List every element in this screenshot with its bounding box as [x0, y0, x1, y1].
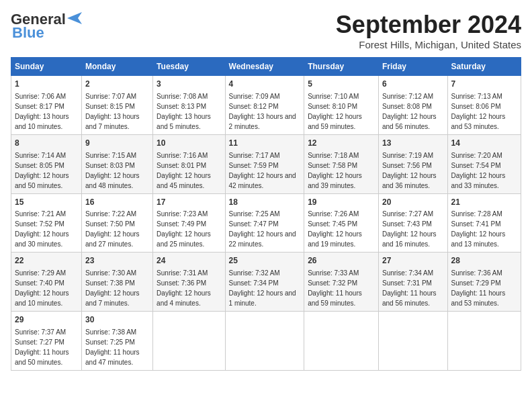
day-info: Sunrise: 7:13 AMSunset: 8:06 PMDaylight:…: [451, 93, 506, 130]
calendar-cell: 22Sunrise: 7:29 AMSunset: 7:40 PMDayligh…: [11, 253, 82, 312]
calendar-cell: 14Sunrise: 7:20 AMSunset: 7:54 PMDayligh…: [447, 134, 521, 193]
calendar-cell: 24Sunrise: 7:31 AMSunset: 7:36 PMDayligh…: [153, 253, 225, 312]
day-number: 9: [85, 138, 149, 149]
calendar-cell: 3Sunrise: 7:08 AMSunset: 8:13 PMDaylight…: [153, 76, 225, 135]
day-info: Sunrise: 7:06 AMSunset: 8:17 PMDaylight:…: [15, 93, 69, 130]
day-number: 28: [451, 255, 517, 267]
calendar-cell: 17Sunrise: 7:23 AMSunset: 7:49 PMDayligh…: [153, 193, 225, 253]
day-number: 13: [382, 138, 444, 149]
week-row-2: 8Sunrise: 7:14 AMSunset: 8:05 PMDaylight…: [11, 134, 521, 193]
day-number: 20: [382, 197, 444, 208]
day-info: Sunrise: 7:38 AMSunset: 7:25 PMDaylight:…: [85, 328, 140, 366]
svg-marker-0: [67, 12, 82, 24]
day-number: 15: [15, 197, 78, 208]
header-saturday: Saturday: [447, 58, 521, 76]
calendar-cell: 29Sunrise: 7:37 AMSunset: 7:27 PMDayligh…: [11, 312, 82, 371]
calendar-cell: 15Sunrise: 7:21 AMSunset: 7:52 PMDayligh…: [11, 193, 82, 253]
day-number: 10: [157, 138, 221, 149]
calendar-cell: 5Sunrise: 7:10 AMSunset: 8:10 PMDaylight…: [304, 76, 379, 135]
day-number: 11: [229, 138, 301, 149]
day-number: 6: [382, 79, 444, 90]
title-block: September 2024 Forest Hills, Michigan, U…: [336, 11, 521, 50]
day-number: 17: [157, 197, 221, 208]
calendar-cell: 18Sunrise: 7:25 AMSunset: 7:47 PMDayligh…: [225, 193, 304, 253]
calendar-header: SundayMondayTuesdayWednesdayThursdayFrid…: [11, 58, 521, 76]
day-number: 4: [229, 79, 301, 90]
day-number: 26: [308, 255, 375, 267]
calendar-cell: [378, 312, 447, 371]
day-number: 2: [85, 79, 149, 90]
calendar-cell: 21Sunrise: 7:28 AMSunset: 7:41 PMDayligh…: [447, 193, 521, 253]
day-number: 16: [85, 197, 149, 208]
day-info: Sunrise: 7:36 AMSunset: 7:29 PMDaylight:…: [451, 269, 506, 307]
day-info: Sunrise: 7:14 AMSunset: 8:05 PMDaylight:…: [15, 152, 69, 189]
calendar-cell: 16Sunrise: 7:22 AMSunset: 7:50 PMDayligh…: [82, 193, 153, 253]
day-number: 27: [382, 255, 444, 267]
day-number: 18: [229, 197, 301, 208]
day-info: Sunrise: 7:16 AMSunset: 8:01 PMDaylight:…: [157, 152, 211, 189]
calendar-cell: 19Sunrise: 7:26 AMSunset: 7:45 PMDayligh…: [304, 193, 379, 253]
calendar-cell: [225, 312, 304, 371]
day-info: Sunrise: 7:21 AMSunset: 7:52 PMDaylight:…: [15, 210, 69, 248]
header-tuesday: Tuesday: [153, 58, 225, 76]
day-info: Sunrise: 7:07 AMSunset: 8:15 PMDaylight:…: [85, 93, 140, 130]
day-info: Sunrise: 7:20 AMSunset: 7:54 PMDaylight:…: [451, 152, 506, 189]
day-info: Sunrise: 7:15 AMSunset: 8:03 PMDaylight:…: [85, 152, 140, 189]
day-number: 5: [308, 79, 375, 90]
calendar-cell: 20Sunrise: 7:27 AMSunset: 7:43 PMDayligh…: [378, 193, 447, 253]
calendar-cell: 26Sunrise: 7:33 AMSunset: 7:32 PMDayligh…: [304, 253, 379, 312]
day-info: Sunrise: 7:30 AMSunset: 7:38 PMDaylight:…: [85, 269, 140, 307]
calendar-cell: 8Sunrise: 7:14 AMSunset: 8:05 PMDaylight…: [11, 134, 82, 193]
day-number: 19: [308, 197, 375, 208]
day-number: 21: [451, 197, 517, 208]
day-info: Sunrise: 7:31 AMSunset: 7:36 PMDaylight:…: [157, 269, 211, 307]
page-header: General Blue September 2024 Forest Hills…: [11, 11, 521, 50]
day-info: Sunrise: 7:27 AMSunset: 7:43 PMDaylight:…: [382, 210, 437, 248]
day-info: Sunrise: 7:32 AMSunset: 7:34 PMDaylight:…: [229, 269, 296, 307]
header-wednesday: Wednesday: [225, 58, 304, 76]
day-number: 1: [15, 79, 78, 90]
day-info: Sunrise: 7:25 AMSunset: 7:47 PMDaylight:…: [229, 210, 296, 248]
calendar-cell: [447, 312, 521, 371]
header-monday: Monday: [82, 58, 153, 76]
day-number: 23: [85, 255, 149, 267]
day-info: Sunrise: 7:17 AMSunset: 7:59 PMDaylight:…: [229, 152, 296, 189]
calendar-cell: 23Sunrise: 7:30 AMSunset: 7:38 PMDayligh…: [82, 253, 153, 312]
day-number: 14: [451, 138, 517, 149]
calendar-cell: 6Sunrise: 7:12 AMSunset: 8:08 PMDaylight…: [378, 76, 447, 135]
logo-blue: Blue: [12, 24, 44, 42]
week-row-3: 15Sunrise: 7:21 AMSunset: 7:52 PMDayligh…: [11, 193, 521, 253]
calendar-cell: 11Sunrise: 7:17 AMSunset: 7:59 PMDayligh…: [225, 134, 304, 193]
day-number: 25: [229, 255, 301, 267]
calendar-cell: 10Sunrise: 7:16 AMSunset: 8:01 PMDayligh…: [153, 134, 225, 193]
calendar-cell: 27Sunrise: 7:34 AMSunset: 7:31 PMDayligh…: [378, 253, 447, 312]
day-info: Sunrise: 7:19 AMSunset: 7:56 PMDaylight:…: [382, 152, 437, 189]
day-info: Sunrise: 7:10 AMSunset: 8:10 PMDaylight:…: [308, 93, 362, 130]
calendar-table: SundayMondayTuesdayWednesdayThursdayFrid…: [11, 57, 521, 371]
calendar-cell: 13Sunrise: 7:19 AMSunset: 7:56 PMDayligh…: [378, 134, 447, 193]
header-thursday: Thursday: [304, 58, 379, 76]
day-number: 12: [308, 138, 375, 149]
page-subtitle: Forest Hills, Michigan, United States: [336, 39, 521, 50]
day-number: 29: [15, 314, 78, 326]
day-info: Sunrise: 7:26 AMSunset: 7:45 PMDaylight:…: [308, 210, 362, 248]
day-info: Sunrise: 7:22 AMSunset: 7:50 PMDaylight:…: [85, 210, 140, 248]
day-number: 8: [15, 138, 78, 149]
day-info: Sunrise: 7:12 AMSunset: 8:08 PMDaylight:…: [382, 93, 437, 130]
header-sunday: Sunday: [11, 58, 82, 76]
day-info: Sunrise: 7:23 AMSunset: 7:49 PMDaylight:…: [157, 210, 211, 248]
header-row: SundayMondayTuesdayWednesdayThursdayFrid…: [11, 58, 521, 76]
calendar-cell: 9Sunrise: 7:15 AMSunset: 8:03 PMDaylight…: [82, 134, 153, 193]
day-info: Sunrise: 7:34 AMSunset: 7:31 PMDaylight:…: [382, 269, 437, 307]
logo: General Blue: [11, 11, 82, 42]
day-info: Sunrise: 7:18 AMSunset: 7:58 PMDaylight:…: [308, 152, 362, 189]
day-info: Sunrise: 7:09 AMSunset: 8:12 PMDaylight:…: [229, 93, 296, 130]
day-info: Sunrise: 7:28 AMSunset: 7:41 PMDaylight:…: [451, 210, 506, 248]
calendar-cell: 1Sunrise: 7:06 AMSunset: 8:17 PMDaylight…: [11, 76, 82, 135]
calendar-cell: 28Sunrise: 7:36 AMSunset: 7:29 PMDayligh…: [447, 253, 521, 312]
page-title: September 2024: [336, 11, 521, 39]
day-info: Sunrise: 7:33 AMSunset: 7:32 PMDaylight:…: [308, 269, 362, 307]
calendar-cell: 7Sunrise: 7:13 AMSunset: 8:06 PMDaylight…: [447, 76, 521, 135]
day-info: Sunrise: 7:37 AMSunset: 7:27 PMDaylight:…: [15, 328, 69, 366]
day-number: 24: [157, 255, 221, 267]
